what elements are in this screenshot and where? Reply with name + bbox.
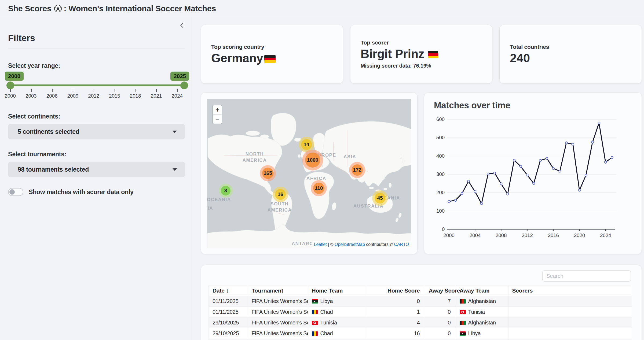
cell-scorers [508,296,632,306]
map-zoom-control: + − [213,105,222,124]
metric-value-text: Germany [211,52,263,64]
continents-select-value: 5 continents selected [18,128,173,135]
map-continent-label: LIA [207,205,213,212]
column-header[interactable]: Date ↓ [209,286,248,296]
matches-over-time-card: Matches over time 0100200300400500600200… [424,93,642,254]
map-cluster-marker[interactable]: 1060 [302,150,323,171]
cell-date: 29/10/2025 [209,328,248,339]
table-header-row: Date ↓TournamentHome TeamHome ScoreAway … [209,286,632,296]
map-continent-label: SOUTH AMERICA [268,201,292,213]
slider-track[interactable] [10,84,184,86]
cell-away_score: 7 [425,296,456,306]
cell-away_team: Tunisia [456,306,508,317]
svg-text:2016: 2016 [548,232,559,238]
column-header[interactable]: Away Team [456,286,508,296]
germany-flag-icon [264,52,276,64]
cell-away_team: Afghanistan [456,296,508,306]
slider-tick [10,89,11,92]
tunisia-flag-icon [460,310,466,314]
germany-flag-icon [428,51,438,58]
cell-scorers [508,328,632,339]
map-continent-label: OCEANIA [207,197,231,203]
map-cluster-marker[interactable]: 45 [372,190,388,206]
column-header[interactable]: Home Team [308,286,366,296]
map-continent-label: NORTH AMERICA [243,151,267,164]
map-continent-label: ASIA [343,154,356,160]
cell-tournament: FIFA Unites Women's Series [248,296,308,306]
slider-tick-label: 2024 [171,93,182,99]
continents-select[interactable]: 5 continents selected [8,124,185,139]
svg-text:400: 400 [436,153,445,159]
table-row: 29/10/2025FIFA Unites Women's SeriesChad… [209,328,632,339]
matches-table-wrapper: Date ↓TournamentHome TeamHome ScoreAway … [208,286,631,340]
app-window: She Scores : Women's International Socce… [0,0,644,340]
tournaments-label: Select tournaments: [8,151,185,158]
app-title: She Scores [8,4,51,13]
map-cluster-marker[interactable]: 165 [260,165,276,181]
cell-home_team: Libya [308,296,366,306]
map-zoom-in-button[interactable]: + [213,105,222,114]
column-header[interactable]: Scorers [508,286,632,296]
metric-value-text: Birgit Prinz [361,47,425,60]
map-cluster-marker[interactable]: 3 [219,184,233,198]
chad-flag-icon [312,310,318,314]
svg-text:200: 200 [436,190,445,195]
cell-home_score: 1 [366,306,425,317]
metric-label: Top scoring country [211,44,343,50]
chad-flag-icon [312,331,318,336]
slider-tick [31,89,32,92]
app-header: She Scores : Women's International Socce… [0,0,644,17]
table-row: 01/11/2025FIFA Unites Women's SeriesLiby… [209,296,632,306]
scorer-toggle-row: Show matches with scorer data only [8,188,185,196]
cell-away_score: 0 [425,328,456,339]
leaflet-link[interactable]: Leaflet [314,242,327,247]
metric-value: 240 [510,52,642,64]
scorer-data-toggle[interactable] [8,188,23,196]
carto-link[interactable]: CARTO [394,242,409,247]
afghanistan-flag-icon [460,321,466,325]
slider-handle-min[interactable] [6,82,14,89]
table-row-partial [209,339,632,340]
toggle-knob [9,189,15,195]
cell-tournament: FIFA Unites Women's Series [248,306,308,317]
matches-table-card: Date ↓TournamentHome TeamHome ScoreAway … [201,265,642,340]
cell-away_score: 0 [425,306,456,317]
map-cluster-count: 172 [352,164,363,176]
map-cluster-count: 1060 [305,153,320,168]
svg-text:500: 500 [436,135,445,140]
map-cluster-marker[interactable]: 16 [273,187,288,202]
map-card: + − NORTH AMERICAEUROPEASIAAFRICASOUTH A… [201,93,418,254]
column-header[interactable]: Away Score [425,286,456,296]
cell-scorers [508,317,632,328]
map-attribution: Leaflet | © OpenStreetMap contributors ©… [312,241,411,248]
sidebar-collapse-button[interactable] [178,21,186,29]
year-range-max-chip: 2025 [170,72,189,81]
map-cluster-marker[interactable]: 110 [311,180,327,196]
map-zoom-out-button[interactable]: − [213,114,222,124]
world-map[interactable]: + − NORTH AMERICAEUROPEASIAAFRICASOUTH A… [207,99,411,248]
map-cluster-count: 165 [262,168,273,179]
afghanistan-flag-icon [460,299,466,304]
year-range-slider: 2000 2025 200020032006200920122015201820… [8,72,185,102]
chevron-left-icon [178,22,185,29]
column-header[interactable]: Home Score [366,286,425,296]
cell-away_team: Libya [456,328,508,339]
slider-tick [94,89,94,92]
table-row: 29/10/2025FIFA Unites Women's SeriesTuni… [209,317,632,328]
search-input[interactable] [542,270,631,282]
matches-over-time-chart: 0100200300400500600200020042008201220162… [431,114,635,248]
openstreetmap-link[interactable]: OpenStreetMap [335,242,365,247]
map-cluster-marker[interactable]: 172 [349,162,365,178]
metric-value-text: 240 [510,52,530,64]
slider-tick-label: 2000 [5,93,16,99]
cell-home_score: 4 [366,317,425,328]
slider-tick-label: 2006 [46,93,57,99]
tournaments-select[interactable]: 98 tournaments selected [8,162,185,177]
slider-handle-max[interactable] [180,82,188,89]
chevron-down-icon [173,131,177,133]
slider-tick-label: 2021 [151,93,162,99]
continents-label: Select continents: [8,113,185,120]
cell-home_team: Chad [308,306,366,317]
column-header[interactable]: Tournament [248,286,308,296]
metric-cards-row: Top scoring country Germany Top scorer B… [201,25,642,84]
